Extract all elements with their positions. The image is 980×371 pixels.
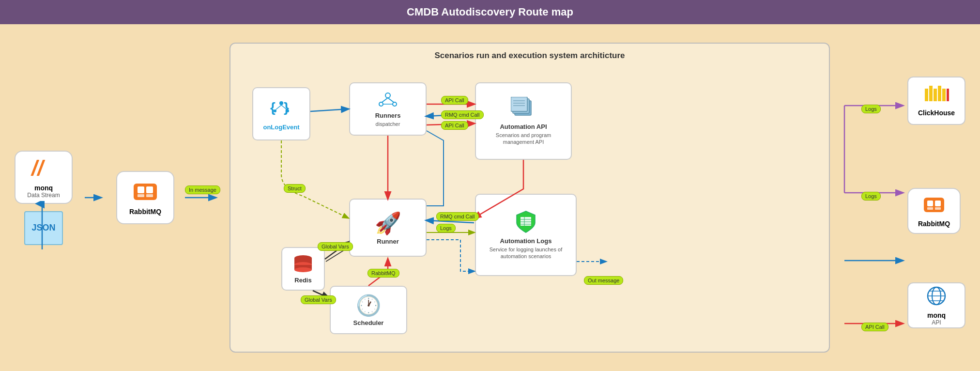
- runners-dispatcher-label: Runners: [375, 112, 401, 119]
- svg-line-18: [382, 98, 388, 102]
- struct-label: Struct: [284, 184, 306, 193]
- page-container: CMDB Autodiscovery Route map // monq Dat…: [0, 0, 980, 371]
- automation-logs-icon: [514, 210, 538, 235]
- svg-point-17: [393, 102, 397, 106]
- logs-1-label: Logs: [436, 224, 456, 232]
- main-area: // monq Data Stream JSON: [0, 24, 980, 371]
- onlogevent-icon: { }: [269, 97, 293, 122]
- svg-point-36: [294, 267, 312, 272]
- clickhouse-icon: [924, 85, 949, 107]
- global-vars-1-label: Global Vars: [318, 242, 353, 251]
- scheduler-icon: 🕐: [356, 294, 381, 317]
- automation-api-node: Automation API Scenarios and program man…: [475, 82, 572, 160]
- logs-3-label: Logs: [861, 192, 881, 201]
- arch-inner: { } onLogEvent: [238, 68, 822, 344]
- svg-rect-38: [929, 86, 933, 101]
- out-message-label: Out message: [584, 276, 623, 285]
- svg-rect-45: [935, 201, 941, 206]
- redis-node: Redis: [281, 247, 325, 291]
- svg-point-16: [379, 102, 383, 106]
- right-arrows-svg: [840, 43, 927, 371]
- automation-logs-label: Automation Logs: [500, 237, 552, 245]
- arrow-runner-dashed-to-logs: [427, 240, 474, 271]
- svg-point-11: [274, 109, 276, 112]
- logs-2-label: Logs: [861, 105, 881, 113]
- automation-api-label: Automation API: [500, 123, 547, 130]
- json-to-monq-arrow-svg: [35, 201, 49, 259]
- onlogevent-label: onLogEvent: [263, 124, 299, 131]
- rmq-cmd-call-1-label: RMQ cmd Call: [441, 110, 484, 119]
- svg-rect-3: [138, 186, 144, 193]
- in-message-label: In message: [185, 186, 220, 194]
- scheduler-label: Scheduler: [353, 319, 384, 326]
- redis-icon: [292, 254, 314, 275]
- arrow-monq-to-rabbitmq: [85, 193, 104, 202]
- api-call-2-label: API Call: [441, 121, 468, 130]
- svg-rect-47: [935, 207, 941, 210]
- automation-api-sub: Scenarios and program management API: [480, 132, 567, 146]
- svg-rect-39: [934, 89, 937, 101]
- svg-text:{: {: [270, 100, 276, 115]
- runner-label: Runner: [377, 238, 399, 245]
- runners-dispatcher-sub: dispatcher: [376, 121, 400, 127]
- svg-rect-23: [511, 97, 527, 111]
- onlogevent-node: { } onLogEvent: [252, 87, 310, 140]
- redis-label: Redis: [294, 277, 311, 284]
- global-vars-2-label: Global Vars: [301, 295, 336, 304]
- svg-rect-42: [947, 89, 949, 101]
- runner-node: 🚀 Runner: [349, 199, 427, 257]
- svg-point-10: [279, 101, 283, 105]
- svg-rect-2: [134, 184, 157, 200]
- svg-rect-46: [927, 207, 933, 210]
- svg-point-12: [286, 109, 289, 112]
- rabbitmq-left-label: RabbitMQ: [129, 208, 161, 216]
- arrow-runner-to-dispatcher-curve: [427, 131, 444, 206]
- api-call-1-label: API Call: [441, 96, 468, 105]
- runner-icon: 🚀: [375, 211, 401, 236]
- monq-api-sub: API: [932, 319, 941, 326]
- rmq-cmd-call-2-label: RMQ cmd Call: [436, 212, 479, 221]
- header-title: CMDB Autodiscovery Route map: [407, 6, 573, 18]
- svg-rect-4: [146, 186, 153, 193]
- page-header: CMDB Autodiscovery Route map: [0, 0, 980, 24]
- svg-line-19: [388, 98, 394, 102]
- svg-rect-41: [942, 89, 946, 101]
- automation-logs-node: Automation Logs Service for logging laun…: [475, 194, 577, 276]
- rabbitmq-left-node: RabbitMQ: [116, 171, 174, 224]
- svg-text://: //: [31, 156, 46, 179]
- svg-rect-43: [924, 198, 944, 212]
- svg-rect-6: [146, 194, 153, 197]
- runners-dispatcher-icon: [377, 91, 398, 110]
- monq-api-label: monq: [927, 311, 946, 319]
- monq-api-icon: [924, 285, 949, 309]
- monq-datastream-label: monq: [34, 184, 53, 192]
- monq-datastream-sub: Data Stream: [27, 192, 60, 199]
- svg-rect-44: [927, 201, 933, 206]
- automation-logs-sub: Service for logging launches of automati…: [480, 246, 572, 260]
- svg-point-15: [385, 93, 390, 98]
- rabbitmq-label: RabbitMQ: [368, 269, 399, 278]
- runners-dispatcher-node: Runners dispatcher: [349, 82, 427, 136]
- api-call-3-label: API Call: [861, 323, 888, 331]
- svg-line-13: [276, 105, 281, 109]
- monq-datastream-node: // monq Data Stream: [15, 151, 73, 204]
- scheduler-node: 🕐 Scheduler: [330, 286, 407, 334]
- monq-icon: //: [29, 156, 58, 182]
- arrow-onlogevent-to-dispatcher: [310, 109, 348, 111]
- rabbitmq-left-icon: [131, 180, 159, 206]
- svg-rect-5: [138, 194, 144, 197]
- automation-api-icon: [511, 97, 536, 121]
- svg-rect-40: [938, 86, 941, 101]
- arch-title: Scenarios run and execution system archi…: [238, 51, 822, 61]
- arrow-struct: [281, 140, 348, 218]
- arch-box: Scenarios run and execution system archi…: [230, 43, 830, 353]
